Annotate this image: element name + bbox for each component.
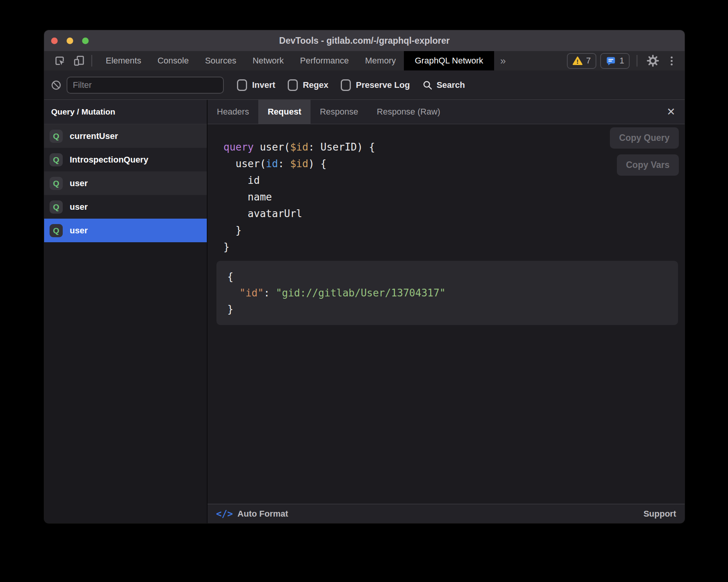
search-button[interactable]: Search	[422, 80, 465, 91]
toolbar-tabs: ElementsConsoleSourcesNetworkPerformance…	[98, 51, 494, 70]
toolbar-tab-sources[interactable]: Sources	[197, 51, 244, 70]
main-area: Query / Mutation QcurrentUserQIntrospect…	[44, 100, 685, 523]
devtools-window: DevTools - gitlab.com/-/graphql-explorer…	[44, 30, 685, 523]
kebab-dot	[671, 56, 673, 58]
messages-count: 1	[620, 56, 624, 66]
filter-input[interactable]	[67, 77, 224, 94]
query-name: user	[70, 202, 88, 212]
query-list-item-user[interactable]: Quser	[44, 219, 207, 242]
inspect-cursor-icon	[54, 55, 65, 67]
warnings-count: 7	[586, 56, 591, 66]
filter-option-preserve-log[interactable]: Preserve Log	[341, 79, 410, 91]
toolbar-tab-performance[interactable]: Performance	[292, 51, 357, 70]
checkbox-preserve-log[interactable]	[341, 79, 351, 91]
filter-option-regex[interactable]: Regex	[288, 79, 328, 91]
devtools-toolbar: ElementsConsoleSourcesNetworkPerformance…	[44, 51, 685, 70]
device-toolbar-button[interactable]	[73, 55, 85, 67]
copy-vars-button[interactable]: Copy Vars	[617, 154, 679, 176]
support-link[interactable]: Support	[644, 509, 676, 519]
toolbar-divider	[91, 55, 92, 67]
close-window-button[interactable]	[51, 38, 58, 44]
code-line: }	[223, 222, 685, 239]
filter-option-invert[interactable]: Invert	[237, 79, 275, 91]
search-label: Search	[436, 80, 465, 90]
window-title: DevTools - gitlab.com/-/graphql-explorer	[44, 36, 685, 46]
code-token: user(	[223, 158, 266, 169]
zoom-window-button[interactable]	[82, 38, 89, 44]
settings-gear-button[interactable]	[644, 55, 661, 67]
footer-bar: </> Auto Format Support	[208, 504, 685, 523]
detail-tab-response[interactable]: Response	[311, 100, 367, 124]
detail-tab-response-raw[interactable]: Response (Raw)	[367, 100, 450, 124]
request-content: Copy Query Copy Vars query user($id: Use…	[208, 124, 685, 504]
code-token: $id	[290, 141, 308, 153]
messages-badge[interactable]: 1	[600, 53, 630, 69]
inspect-element-button[interactable]	[53, 55, 66, 67]
query-name: currentUser	[70, 131, 118, 141]
close-panel-button[interactable]: ✕	[657, 100, 685, 124]
checkbox-invert[interactable]	[237, 79, 247, 91]
detail-tab-request[interactable]: Request	[258, 100, 311, 124]
code-token: {	[227, 271, 234, 282]
filter-bar: InvertRegexPreserve Log Search	[44, 70, 685, 100]
code-token: id	[266, 158, 278, 169]
code-brackets-icon: </>	[216, 508, 233, 519]
copy-buttons: Copy Query Copy Vars	[610, 127, 679, 176]
auto-format-button[interactable]: </> Auto Format	[216, 508, 288, 519]
code-token: : UserID) {	[308, 141, 375, 153]
variables-box: { "id": "gid://gitlab/User/13704317"}	[216, 261, 678, 325]
code-token: }	[227, 303, 234, 315]
warning-icon	[572, 56, 583, 66]
code-token: name	[223, 191, 272, 203]
code-line: "id": "gid://gitlab/User/13704317"	[227, 285, 667, 301]
detail-tabs-row: HeadersRequestResponseResponse (Raw) ✕	[208, 100, 685, 124]
query-list-item-introspectionquery[interactable]: QIntrospectionQuery	[44, 148, 207, 171]
query-type-badge: Q	[50, 130, 63, 143]
copy-query-button[interactable]: Copy Query	[610, 127, 679, 149]
toolbar-tab-console[interactable]: Console	[149, 51, 197, 70]
code-token: "gid://gitlab/User/13704317"	[276, 287, 445, 299]
code-token: $id	[290, 158, 308, 169]
toolbar-tab-graphql-network[interactable]: GraphQL Network	[404, 51, 494, 70]
code-line: avatarUrl	[223, 205, 685, 222]
toolbar-divider-2	[637, 55, 637, 67]
slashed-circle-icon	[51, 80, 62, 91]
query-list: QcurrentUserQIntrospectionQueryQuserQuse…	[44, 124, 207, 242]
device-toolbar-icon	[73, 55, 85, 67]
detail-tabs: HeadersRequestResponseResponse (Raw)	[208, 100, 450, 124]
block-requests-button[interactable]	[50, 80, 62, 91]
code-token: user(	[254, 141, 290, 153]
code-token: query	[223, 141, 254, 153]
toolbar-tab-network[interactable]: Network	[244, 51, 292, 70]
checkbox-regex[interactable]	[288, 79, 298, 91]
code-token: avatarUrl	[223, 208, 302, 219]
code-token: }	[223, 224, 242, 236]
kebab-dot	[671, 63, 673, 65]
query-type-badge: Q	[50, 177, 63, 190]
sidebar: Query / Mutation QcurrentUserQIntrospect…	[44, 100, 208, 523]
warnings-badge[interactable]: 7	[567, 53, 596, 69]
toolbar-tab-elements[interactable]: Elements	[98, 51, 149, 70]
query-list-item-user[interactable]: Quser	[44, 195, 207, 219]
chat-bubble-icon	[606, 56, 616, 66]
desktop-background: { "colors": { "accent_blue": "#3a6ade", …	[0, 0, 728, 582]
query-type-badge: Q	[50, 224, 63, 237]
kebab-dot	[671, 60, 673, 62]
detail-tab-headers[interactable]: Headers	[208, 100, 258, 124]
more-tabs-button[interactable]: »	[494, 55, 512, 67]
titlebar: DevTools - gitlab.com/-/graphql-explorer	[44, 30, 685, 51]
code-line: {	[227, 269, 667, 285]
toolbar-tab-memory[interactable]: Memory	[357, 51, 404, 70]
code-line: name	[223, 189, 685, 205]
code-token	[227, 287, 239, 299]
minimize-window-button[interactable]	[67, 38, 73, 44]
query-list-item-user[interactable]: Quser	[44, 171, 207, 195]
auto-format-label: Auto Format	[237, 509, 288, 519]
traffic-lights	[44, 38, 89, 44]
code-token: }	[223, 241, 230, 253]
query-list-item-currentuser[interactable]: QcurrentUser	[44, 124, 207, 148]
variables-code: { "id": "gid://gitlab/User/13704317"}	[227, 269, 667, 317]
filter-options: InvertRegexPreserve Log	[237, 79, 410, 91]
more-options-button[interactable]	[664, 56, 679, 65]
checkbox-label-invert: Invert	[252, 80, 275, 90]
